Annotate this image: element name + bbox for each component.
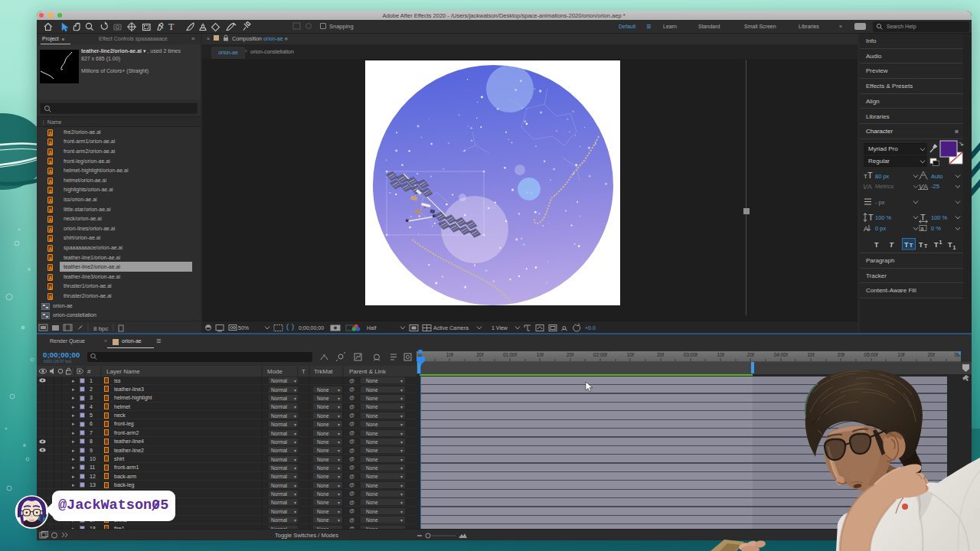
svg-text:50%: 50% [238, 325, 249, 331]
svg-text:0 %: 0 % [931, 225, 941, 232]
svg-text:A: A [867, 182, 872, 190]
svg-text:1: 1 [953, 245, 956, 250]
svg-text:T: T [910, 242, 913, 249]
svg-text:T: T [868, 212, 874, 221]
svg-text:0;00;00;00: 0;00;00;00 [299, 325, 324, 331]
svg-text:Active Camera: Active Camera [433, 325, 469, 331]
svg-text:Layer Name: Layer Name [106, 368, 140, 375]
svg-text:Auto: Auto [931, 172, 942, 179]
svg-text:- px: - px [875, 198, 885, 205]
svg-text:T: T [904, 241, 909, 249]
svg-text:T: T [874, 241, 879, 249]
svg-text:-25: -25 [931, 183, 939, 190]
svg-text:T: T [867, 171, 873, 180]
svg-text:80 px: 80 px [875, 172, 890, 179]
svg-text:TrkMat: TrkMat [314, 368, 333, 375]
svg-text:A: A [864, 224, 868, 232]
svg-text:Mode: Mode [267, 368, 283, 375]
svg-text:Parent & Link: Parent & Link [349, 368, 387, 375]
svg-text:Regular: Regular [868, 158, 890, 165]
svg-text:0 px: 0 px [875, 225, 886, 232]
svg-text:T: T [919, 241, 923, 249]
svg-text:T: T [948, 241, 952, 249]
svg-text:T: T [934, 241, 939, 249]
svg-text:T: T [168, 21, 175, 32]
svg-text:Myriad Pro: Myriad Pro [868, 145, 898, 152]
svg-text:+0.0: +0.0 [585, 325, 596, 331]
svg-text:T: T [924, 243, 928, 249]
svg-text:8 bpc: 8 bpc [93, 325, 109, 332]
svg-text:100 %: 100 % [875, 214, 892, 220]
svg-text:T: T [890, 241, 895, 249]
svg-text:Half: Half [367, 325, 377, 331]
svg-text:a: a [921, 226, 924, 231]
svg-text:T: T [302, 368, 305, 375]
svg-text:#: # [87, 368, 91, 375]
svg-text:Metrics: Metrics [875, 183, 893, 190]
svg-text:A: A [923, 182, 928, 190]
svg-text:100 %: 100 % [931, 214, 948, 220]
svg-text:1: 1 [939, 240, 942, 245]
svg-text:1 View: 1 View [492, 325, 508, 331]
